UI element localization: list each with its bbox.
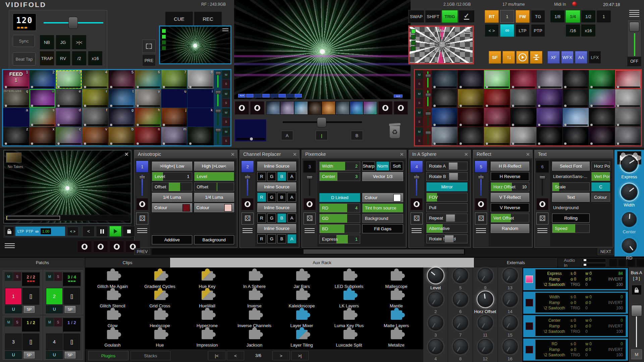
repeat-handle[interactable] bbox=[446, 214, 455, 222]
row-mute-button[interactable]: M bbox=[415, 70, 423, 79]
lock-button[interactable] bbox=[5, 227, 14, 236]
pre-button[interactable]: PRE bbox=[142, 54, 156, 66]
ptp-mode-button[interactable]: PTP bbox=[26, 229, 33, 233]
patch-mute-button[interactable]: M bbox=[46, 272, 54, 281]
r-button[interactable]: R bbox=[257, 214, 266, 223]
a-button[interactable]: A bbox=[287, 214, 296, 223]
patch-pad-button[interactable]: 4 bbox=[46, 334, 63, 350]
close-icon[interactable]: ✕ bbox=[292, 150, 297, 159]
gd-control[interactable]: GD bbox=[319, 214, 360, 223]
aux-knob[interactable] bbox=[453, 268, 468, 283]
plugin-item[interactable]: Luma Key Plus bbox=[325, 309, 373, 329]
updown-button[interactable]: ↑↓ bbox=[502, 51, 515, 64]
clip-cell[interactable] bbox=[563, 89, 589, 108]
patch-bracket-button[interactable]: [] bbox=[63, 334, 80, 350]
deck-row-fader[interactable] bbox=[424, 70, 431, 89]
bus-mute-button[interactable]: M bbox=[631, 349, 642, 359]
swap-button[interactable]: SWAP bbox=[408, 10, 424, 23]
clip-cell[interactable]: INTERLUDEq bbox=[3, 89, 29, 108]
clip-cell[interactable]: 6 bbox=[135, 70, 161, 89]
history-thumbnail[interactable] bbox=[364, 102, 377, 114]
rd-knob[interactable] bbox=[622, 238, 637, 253]
fader-thumb[interactable] bbox=[425, 93, 431, 97]
fx-level-thumb[interactable] bbox=[478, 176, 484, 179]
center-control[interactable]: Center3 bbox=[319, 172, 360, 181]
offset-b-control[interactable]: Offset bbox=[194, 182, 234, 191]
clip-cell[interactable]: a bbox=[3, 108, 29, 127]
clip-cell[interactable] bbox=[510, 127, 536, 146]
nudge-button[interactable]: >|< bbox=[72, 35, 87, 50]
aux-knob[interactable] bbox=[453, 292, 468, 307]
fx-level-thumb[interactable] bbox=[414, 176, 420, 179]
deck-a-preview-menu-icon[interactable] bbox=[222, 28, 228, 33]
row-solo-button[interactable]: S bbox=[222, 79, 230, 88]
plugin-item[interactable]: In A Sphere bbox=[231, 270, 278, 290]
clip-cell[interactable] bbox=[537, 89, 562, 108]
colour-b-swatch[interactable] bbox=[224, 204, 232, 212]
trap-button[interactable]: TRAP bbox=[40, 51, 54, 66]
clip-cell[interactable]: 2 bbox=[30, 70, 56, 89]
tempo-slider-thumb[interactable] bbox=[68, 17, 78, 29]
mix-menu-icon[interactable] bbox=[464, 29, 471, 34]
plugin-item[interactable]: Layer Tiling bbox=[278, 329, 325, 349]
sync-button[interactable]: Sync bbox=[13, 35, 35, 47]
ramp-lcd[interactable]: RDRamp\2 Sawtooths 0o 0TRIGw 0d 000INVER… bbox=[535, 340, 626, 360]
aux-knob[interactable] bbox=[428, 292, 443, 307]
fx-random-button[interactable]: ⚄ bbox=[411, 213, 423, 225]
take-autoplay-3-button[interactable] bbox=[109, 241, 124, 253]
history-thumbnail[interactable] bbox=[350, 102, 363, 114]
b-button[interactable]: B bbox=[277, 172, 286, 181]
rd-control[interactable]: RD4 bbox=[319, 203, 360, 213]
ltp-mode-button[interactable]: LTP bbox=[17, 229, 24, 233]
row-solo-button[interactable]: S bbox=[415, 79, 423, 88]
master-off-button[interactable]: OFF bbox=[628, 57, 641, 66]
take-progress-strip[interactable] bbox=[5, 215, 129, 221]
fx-level-thumb[interactable] bbox=[539, 176, 545, 179]
patch-sp-button[interactable]: SP bbox=[24, 306, 35, 313]
ramp-enable-checkbox[interactable] bbox=[526, 322, 533, 330]
center-truncated-button[interactable]: C bbox=[591, 182, 610, 191]
level-b-control[interactable]: Level bbox=[194, 172, 234, 181]
h-reverse-button[interactable]: H Reverse bbox=[491, 172, 529, 181]
main-menu-icon[interactable] bbox=[629, 10, 639, 17]
deck-row-fader[interactable] bbox=[424, 108, 431, 127]
plugins-tab-button[interactable]: Plugins bbox=[88, 351, 128, 360]
clip-cell[interactable] bbox=[615, 127, 641, 146]
patch-u-button[interactable]: U bbox=[46, 351, 63, 359]
inline-source-1-button[interactable]: Inline Source bbox=[257, 162, 296, 171]
clip-cell[interactable] bbox=[537, 127, 562, 146]
plugin-item[interactable]: Luxcade Split bbox=[325, 329, 373, 349]
play-button[interactable] bbox=[109, 226, 121, 237]
autoplay-b2-button[interactable] bbox=[394, 101, 408, 115]
colour-button[interactable]: Colour bbox=[362, 193, 403, 202]
clip-cell[interactable] bbox=[484, 108, 510, 127]
clip-cell[interactable] bbox=[510, 89, 536, 108]
clip-cell[interactable]: n bbox=[135, 127, 161, 146]
stacks-tab-button[interactable]: Stacks bbox=[130, 351, 171, 360]
patch-pad-button[interactable]: 1 bbox=[5, 288, 22, 305]
beat-sixteenth-button[interactable]: /16 bbox=[566, 24, 580, 37]
r-button[interactable]: R bbox=[257, 234, 266, 243]
fader-thumb[interactable] bbox=[425, 112, 431, 116]
clip-cell[interactable] bbox=[510, 70, 536, 89]
loop-button[interactable]: ∞ bbox=[500, 24, 514, 37]
take-autoplay-1-button[interactable] bbox=[77, 241, 92, 253]
fader-thumb[interactable] bbox=[215, 109, 221, 113]
tg-button[interactable]: TG bbox=[531, 10, 545, 23]
clip-cell[interactable] bbox=[537, 108, 562, 127]
row-mute-button[interactable]: M bbox=[415, 127, 423, 136]
crossfader-thumb[interactable] bbox=[317, 117, 326, 127]
clip-cell[interactable] bbox=[615, 108, 641, 127]
offset-a-control[interactable]: Offset bbox=[152, 182, 192, 191]
fw-button[interactable]: FW bbox=[516, 10, 530, 23]
rv-button[interactable]: RV bbox=[56, 51, 70, 66]
plugin-item[interactable]: Impression bbox=[183, 329, 231, 349]
cue-button[interactable]: CUE bbox=[165, 11, 193, 26]
row-solo-button[interactable]: S bbox=[222, 136, 230, 145]
row-mute-button[interactable]: M bbox=[222, 108, 230, 117]
clip-cell[interactable]: f bbox=[82, 108, 108, 127]
fx-level-slider[interactable] bbox=[413, 175, 420, 196]
ramp-enable-checkbox[interactable] bbox=[526, 346, 533, 353]
g-button[interactable]: G bbox=[267, 172, 276, 181]
aux-knob[interactable] bbox=[478, 292, 493, 307]
